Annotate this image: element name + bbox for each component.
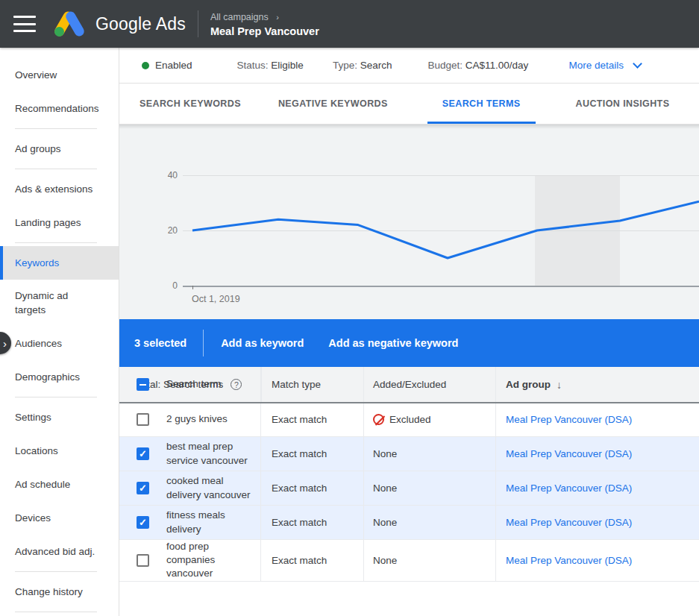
sidebar-divider bbox=[0, 125, 119, 132]
column-header-ad-group[interactable]: Ad group bbox=[506, 379, 551, 390]
column-header-search-term[interactable]: Search term bbox=[166, 377, 222, 391]
sidebar-item-dynamic-ad-targets[interactable]: Dynamic ad targets bbox=[0, 280, 119, 327]
status-key: Status: bbox=[237, 60, 269, 71]
chevron-down-icon bbox=[633, 59, 642, 69]
sidebar-item-ad-schedule[interactable]: Ad schedule bbox=[0, 468, 119, 501]
ad-group-link[interactable]: Meal Prep Vancouver (DSA) bbox=[506, 555, 632, 566]
sidebar-item-locations[interactable]: Locations bbox=[0, 434, 119, 468]
add-as-negative-keyword-button[interactable]: Add as negative keyword bbox=[328, 337, 458, 349]
campaign-title: Meal Prep Vancouver bbox=[210, 25, 319, 40]
sidebar-item-landing-pages[interactable]: Landing pages bbox=[0, 206, 119, 239]
brand-name: Google Ads bbox=[95, 14, 186, 34]
row-checkbox[interactable]: ✓ bbox=[137, 516, 149, 529]
sidebar-item-recommendations[interactable]: Recommendations bbox=[0, 92, 119, 125]
tab-negative-keywords[interactable]: NEGATIVE KEYWORDS bbox=[263, 84, 403, 124]
breadcrumb: All campaigns › Meal Prep Vancouver bbox=[210, 8, 319, 39]
more-details-label: More details bbox=[568, 60, 624, 71]
sidebar-divider bbox=[0, 568, 119, 575]
budget-key: Budget: bbox=[427, 60, 463, 71]
sidebar-divider bbox=[0, 239, 119, 246]
added-excluded-cell: None bbox=[373, 448, 397, 459]
table-row: ✓cooked meal delivery vancouverExact mat… bbox=[119, 471, 699, 506]
row-checkbox[interactable] bbox=[137, 413, 149, 426]
type-field: Type: Search bbox=[333, 60, 392, 71]
add-as-keyword-button[interactable]: Add as keyword bbox=[221, 337, 304, 349]
row-checkbox[interactable] bbox=[137, 554, 149, 567]
tab-search-terms[interactable]: SEARCH TERMS bbox=[427, 84, 536, 124]
chevron-right-icon: › bbox=[3, 337, 7, 350]
search-term-cell: best meal prep service vancouver bbox=[166, 440, 248, 467]
sidebar-item-demographics[interactable]: Demographics bbox=[0, 360, 119, 394]
enabled-label[interactable]: Enabled bbox=[155, 60, 192, 71]
google-ads-logo-icon bbox=[52, 10, 87, 37]
breadcrumb-all-campaigns[interactable]: All campaigns bbox=[210, 12, 269, 22]
selected-count: 3 selected bbox=[134, 337, 186, 349]
tab-auction-insights[interactable]: AUCTION INSIGHTS bbox=[561, 84, 685, 124]
sidebar-item-advanced-bid-adj-[interactable]: Advanced bid adj. bbox=[0, 535, 119, 568]
tab-bar: SEARCH KEYWORDSNEGATIVE KEYWORDSSEARCH T… bbox=[119, 84, 699, 125]
match-type-cell: Exact match bbox=[272, 414, 327, 425]
ad-group-link[interactable]: Meal Prep Vancouver (DSA) bbox=[506, 483, 632, 494]
column-header-added-excluded[interactable]: Added/Excluded bbox=[373, 379, 446, 390]
sidebar-item-settings[interactable]: Settings bbox=[0, 400, 119, 434]
ad-group-link[interactable]: Meal Prep Vancouver (DSA) bbox=[506, 448, 632, 459]
menu-icon[interactable] bbox=[13, 16, 36, 32]
sidebar-item-ad-groups[interactable]: Ad groups bbox=[0, 132, 119, 166]
type-value: Search bbox=[360, 60, 392, 71]
search-terms-table: Search term Match type Added/Excluded Ad… bbox=[119, 367, 699, 616]
search-term-cell: cooked meal delivery vancouver bbox=[166, 474, 251, 501]
budget-value: CA$11.00/day bbox=[466, 60, 529, 71]
table-row: 2 guys knivesExact matchExcludedMeal Pre… bbox=[119, 403, 699, 437]
type-key: Type: bbox=[333, 60, 357, 71]
selection-action-bar: 3 selected Add as keyword Add as negativ… bbox=[119, 319, 699, 367]
table-row: ✓fitness meals deliveryExact matchNoneMe… bbox=[119, 506, 699, 540]
match-type-cell: Exact match bbox=[272, 555, 327, 566]
breadcrumb-caret-icon: › bbox=[276, 13, 279, 22]
added-excluded-cell: None bbox=[373, 517, 397, 528]
ad-group-link[interactable]: Meal Prep Vancouver (DSA) bbox=[506, 517, 632, 528]
sidebar-item-keywords[interactable]: Keywords bbox=[0, 246, 119, 280]
row-checkbox[interactable]: ✓ bbox=[137, 447, 149, 460]
sidebar-divider bbox=[0, 609, 119, 615]
sidebar-nav: OverviewRecommendationsAd groupsAds & ex… bbox=[0, 48, 119, 616]
sidebar-item-change-history[interactable]: Change history bbox=[0, 575, 119, 609]
action-bar-divider bbox=[203, 330, 204, 356]
row-checkbox[interactable]: ✓ bbox=[137, 482, 149, 494]
sidebar-divider bbox=[0, 394, 119, 400]
campaign-status-bar: Enabled Status: Eligible Type: Search Bu… bbox=[119, 48, 699, 84]
sort-descending-icon[interactable]: ↓ bbox=[557, 379, 562, 391]
header-divider bbox=[198, 10, 198, 37]
search-term-cell: 2 guys knives bbox=[166, 412, 228, 426]
performance-chart: 40200Oct 1, 2019 bbox=[119, 125, 699, 319]
match-type-cell: Exact match bbox=[272, 517, 327, 528]
app-header: Google Ads All campaigns › Meal Prep Van… bbox=[0, 0, 699, 48]
added-excluded-cell: None bbox=[373, 555, 397, 566]
status-value: Eligible bbox=[271, 60, 304, 71]
sidebar-item-audiences[interactable]: Audiences bbox=[0, 327, 119, 360]
excluded-icon bbox=[373, 414, 384, 425]
added-excluded-cell: None bbox=[373, 483, 397, 494]
clicks-series-line bbox=[192, 201, 699, 258]
enabled-status-dot-icon bbox=[142, 62, 149, 69]
table-row: ✓best meal prep service vancouverExact m… bbox=[119, 437, 699, 471]
more-details-button[interactable]: More details bbox=[568, 60, 641, 71]
column-header-match-type[interactable]: Match type bbox=[272, 379, 321, 390]
sidebar-item-overview[interactable]: Overview bbox=[0, 58, 119, 92]
ad-group-link[interactable]: Meal Prep Vancouver (DSA) bbox=[506, 414, 632, 425]
match-type-cell: Exact match bbox=[272, 483, 327, 494]
main-content: Enabled Status: Eligible Type: Search Bu… bbox=[119, 48, 699, 616]
search-term-cell: fitness meals delivery bbox=[166, 509, 225, 535]
status-field: Status: Eligible bbox=[237, 60, 304, 71]
search-term-cell: food prep companies vancouver bbox=[166, 540, 215, 581]
match-type-cell: Exact match bbox=[272, 448, 327, 459]
added-excluded-cell: Excluded bbox=[389, 414, 431, 425]
table-row: food prep companies vancouverExact match… bbox=[119, 540, 699, 582]
select-all-checkbox[interactable] bbox=[137, 378, 149, 391]
tab-search-keywords[interactable]: SEARCH KEYWORDS bbox=[125, 84, 256, 124]
sidebar-item-ads-extensions[interactable]: Ads & extensions bbox=[0, 172, 119, 206]
budget-field: Budget: CA$11.00/day bbox=[427, 60, 528, 71]
chart-line-svg bbox=[119, 125, 699, 319]
table-header-row: Search term Match type Added/Excluded Ad… bbox=[119, 367, 699, 403]
sidebar-divider bbox=[0, 166, 119, 172]
sidebar-item-devices[interactable]: Devices bbox=[0, 501, 119, 535]
